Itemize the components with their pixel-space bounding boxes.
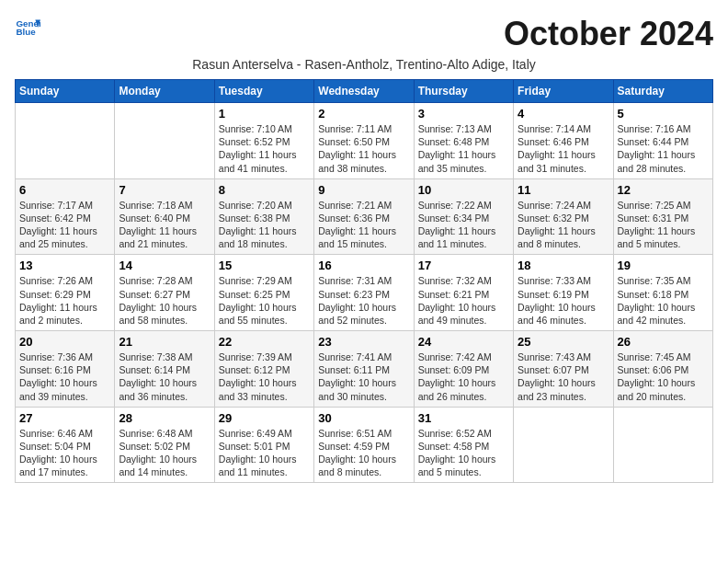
day-cell: 24Sunrise: 7:42 AMSunset: 6:09 PMDayligh… [414, 331, 513, 408]
day-number: 10 [418, 183, 509, 197]
day-info: Sunrise: 6:49 AMSunset: 5:01 PMDaylight:… [219, 427, 310, 479]
day-cell: 28Sunrise: 6:48 AMSunset: 5:02 PMDayligh… [115, 407, 214, 483]
day-cell: 18Sunrise: 7:33 AMSunset: 6:19 PMDayligh… [514, 255, 613, 331]
day-number: 31 [418, 411, 509, 425]
header-sunday: Sunday [16, 80, 115, 103]
day-info: Sunrise: 7:35 AMSunset: 6:18 PMDaylight:… [618, 274, 709, 327]
day-number: 2 [318, 107, 409, 121]
day-number: 5 [618, 107, 709, 121]
day-number: 7 [119, 183, 210, 197]
day-info: Sunrise: 7:18 AMSunset: 6:40 PMDaylight:… [119, 199, 210, 251]
day-info: Sunrise: 6:51 AMSunset: 4:59 PMDaylight:… [318, 427, 409, 479]
day-number: 4 [518, 107, 609, 121]
day-cell: 31Sunrise: 6:52 AMSunset: 4:58 PMDayligh… [414, 407, 513, 483]
day-cell: 29Sunrise: 6:49 AMSunset: 5:01 PMDayligh… [214, 407, 313, 483]
day-cell: 6Sunrise: 7:17 AMSunset: 6:42 PMDaylight… [16, 178, 115, 255]
day-cell: 19Sunrise: 7:35 AMSunset: 6:18 PMDayligh… [613, 255, 712, 331]
day-info: Sunrise: 7:28 AMSunset: 6:27 PMDaylight:… [119, 274, 210, 327]
day-info: Sunrise: 7:24 AMSunset: 6:32 PMDaylight:… [518, 199, 609, 251]
week-row-3: 20Sunrise: 7:36 AMSunset: 6:16 PMDayligh… [16, 331, 713, 408]
day-cell: 4Sunrise: 7:14 AMSunset: 6:46 PMDaylight… [514, 103, 613, 179]
header-monday: Monday [115, 80, 214, 103]
week-row-1: 6Sunrise: 7:17 AMSunset: 6:42 PMDaylight… [16, 178, 713, 255]
day-number: 26 [618, 335, 709, 349]
day-info: Sunrise: 7:38 AMSunset: 6:14 PMDaylight:… [119, 350, 210, 403]
day-info: Sunrise: 7:26 AMSunset: 6:29 PMDaylight:… [19, 274, 110, 327]
day-info: Sunrise: 7:13 AMSunset: 6:48 PMDaylight:… [418, 122, 509, 175]
day-number: 19 [618, 259, 709, 272]
day-info: Sunrise: 7:20 AMSunset: 6:38 PMDaylight:… [219, 199, 310, 251]
day-cell: 20Sunrise: 7:36 AMSunset: 6:16 PMDayligh… [16, 331, 115, 408]
day-info: Sunrise: 6:46 AMSunset: 5:04 PMDaylight:… [19, 427, 110, 479]
day-cell: 10Sunrise: 7:22 AMSunset: 6:34 PMDayligh… [414, 178, 513, 255]
day-number: 3 [418, 107, 509, 121]
day-info: Sunrise: 7:45 AMSunset: 6:06 PMDaylight:… [618, 350, 709, 403]
day-cell: 22Sunrise: 7:39 AMSunset: 6:12 PMDayligh… [214, 331, 313, 408]
day-number: 23 [318, 335, 409, 349]
day-cell [514, 407, 613, 483]
day-info: Sunrise: 7:31 AMSunset: 6:23 PMDaylight:… [318, 274, 409, 327]
logo: General Blue [15, 15, 40, 40]
day-info: Sunrise: 7:29 AMSunset: 6:25 PMDaylight:… [219, 274, 310, 327]
day-cell: 7Sunrise: 7:18 AMSunset: 6:40 PMDaylight… [115, 178, 214, 255]
day-number: 18 [518, 259, 609, 272]
month-title: October 2024 [504, 15, 713, 53]
week-row-4: 27Sunrise: 6:46 AMSunset: 5:04 PMDayligh… [16, 407, 713, 483]
week-row-2: 13Sunrise: 7:26 AMSunset: 6:29 PMDayligh… [16, 255, 713, 331]
header-thursday: Thursday [414, 80, 513, 103]
day-info: Sunrise: 7:21 AMSunset: 6:36 PMDaylight:… [318, 199, 409, 251]
day-info: Sunrise: 6:52 AMSunset: 4:58 PMDaylight:… [418, 427, 509, 479]
day-number: 16 [318, 259, 409, 272]
day-cell: 1Sunrise: 7:10 AMSunset: 6:52 PMDaylight… [214, 103, 313, 179]
day-number: 30 [318, 411, 409, 425]
day-cell: 23Sunrise: 7:41 AMSunset: 6:11 PMDayligh… [314, 331, 414, 408]
day-number: 11 [518, 183, 609, 197]
header-row: SundayMondayTuesdayWednesdayThursdayFrid… [16, 80, 713, 103]
day-cell: 25Sunrise: 7:43 AMSunset: 6:07 PMDayligh… [514, 331, 613, 408]
day-info: Sunrise: 7:32 AMSunset: 6:21 PMDaylight:… [418, 274, 509, 327]
day-number: 21 [119, 335, 210, 349]
calendar-container: General Blue October 2024 Rasun Antersel… [0, 0, 728, 492]
day-number: 1 [219, 107, 310, 121]
day-number: 14 [119, 259, 210, 272]
week-row-0: 1Sunrise: 7:10 AMSunset: 6:52 PMDaylight… [16, 103, 713, 179]
day-number: 6 [19, 183, 110, 197]
day-number: 29 [219, 411, 310, 425]
day-number: 28 [119, 411, 210, 425]
day-cell [613, 407, 712, 483]
day-number: 9 [318, 183, 409, 197]
day-cell: 5Sunrise: 7:16 AMSunset: 6:44 PMDaylight… [613, 103, 712, 179]
day-cell: 15Sunrise: 7:29 AMSunset: 6:25 PMDayligh… [214, 255, 313, 331]
day-number: 24 [418, 335, 509, 349]
day-number: 22 [219, 335, 310, 349]
day-cell: 27Sunrise: 6:46 AMSunset: 5:04 PMDayligh… [16, 407, 115, 483]
header-tuesday: Tuesday [214, 80, 313, 103]
calendar-body: 1Sunrise: 7:10 AMSunset: 6:52 PMDaylight… [16, 103, 713, 483]
day-cell [115, 103, 214, 179]
subtitle: Rasun Anterselva - Rasen-Antholz, Trenti… [15, 57, 713, 72]
day-info: Sunrise: 7:11 AMSunset: 6:50 PMDaylight:… [318, 122, 409, 175]
logo-icon: General Blue [15, 15, 40, 40]
day-number: 17 [418, 259, 509, 272]
day-cell: 16Sunrise: 7:31 AMSunset: 6:23 PMDayligh… [314, 255, 414, 331]
day-info: Sunrise: 7:17 AMSunset: 6:42 PMDaylight:… [19, 199, 110, 251]
day-number: 8 [219, 183, 310, 197]
calendar-header: SundayMondayTuesdayWednesdayThursdayFrid… [16, 80, 713, 103]
day-cell: 26Sunrise: 7:45 AMSunset: 6:06 PMDayligh… [613, 331, 712, 408]
day-info: Sunrise: 7:10 AMSunset: 6:52 PMDaylight:… [219, 122, 310, 175]
day-cell: 17Sunrise: 7:32 AMSunset: 6:21 PMDayligh… [414, 255, 513, 331]
day-info: Sunrise: 7:16 AMSunset: 6:44 PMDaylight:… [618, 122, 709, 175]
day-cell: 14Sunrise: 7:28 AMSunset: 6:27 PMDayligh… [115, 255, 214, 331]
day-info: Sunrise: 7:25 AMSunset: 6:31 PMDaylight:… [618, 199, 709, 251]
day-info: Sunrise: 7:14 AMSunset: 6:46 PMDaylight:… [518, 122, 609, 175]
day-info: Sunrise: 7:39 AMSunset: 6:12 PMDaylight:… [219, 350, 310, 403]
day-cell: 2Sunrise: 7:11 AMSunset: 6:50 PMDaylight… [314, 103, 414, 179]
day-info: Sunrise: 7:22 AMSunset: 6:34 PMDaylight:… [418, 199, 509, 251]
day-info: Sunrise: 7:41 AMSunset: 6:11 PMDaylight:… [318, 350, 409, 403]
day-cell [16, 103, 115, 179]
day-info: Sunrise: 7:33 AMSunset: 6:19 PMDaylight:… [518, 274, 609, 327]
day-cell: 13Sunrise: 7:26 AMSunset: 6:29 PMDayligh… [16, 255, 115, 331]
header-friday: Friday [514, 80, 613, 103]
day-number: 20 [19, 335, 110, 349]
day-info: Sunrise: 7:36 AMSunset: 6:16 PMDaylight:… [19, 350, 110, 403]
